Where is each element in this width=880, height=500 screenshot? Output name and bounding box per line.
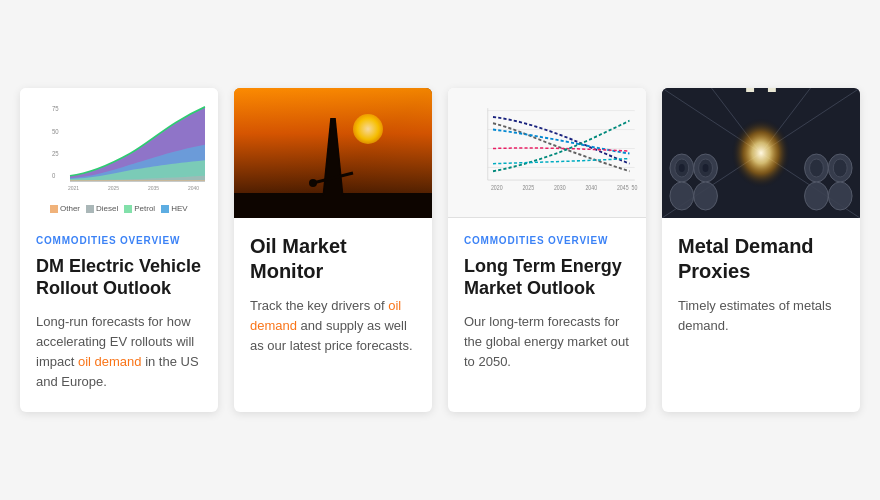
svg-rect-18 [315,196,351,202]
card-energy-chart: 2020 2025 2030 2040 2045 50 [448,88,646,218]
card-metal-image [662,88,860,218]
card-metal-demand[interactable]: Metal Demand Proxies Timely estimates of… [662,88,860,413]
card-oil-image [234,88,432,218]
card-energy-category: COMMODITIES OVERVIEW [464,234,630,247]
svg-point-40 [679,164,685,172]
card-ev-rollout[interactable]: 75 50 25 0 [20,88,218,413]
svg-text:2040: 2040 [188,185,199,191]
card-ev-category: COMMODITIES OVERVIEW [36,234,202,247]
svg-point-49 [833,159,847,177]
svg-marker-9 [323,118,343,198]
svg-point-43 [703,164,709,172]
card-oil-desc: Track the key drivers of oil demand and … [250,296,416,356]
card-energy-title: Long Term Energy Market Outlook [464,255,630,300]
svg-text:2025: 2025 [522,184,534,191]
card-ev-body: COMMODITIES OVERVIEW DM Electric Vehicle… [20,218,218,413]
card-metal-body: Metal Demand Proxies Timely estimates of… [662,218,860,413]
svg-text:2020: 2020 [491,184,503,191]
svg-rect-53 [746,88,754,92]
card-oil-market[interactable]: Oil Market Monitor Track the key drivers… [234,88,432,413]
svg-text:2030: 2030 [554,184,566,191]
card-metal-title: Metal Demand Proxies [678,234,844,284]
card-energy-market[interactable]: 2020 2025 2030 2040 2045 50 COMMODITIES … [448,88,646,413]
svg-point-50 [805,182,829,210]
card-ev-desc: Long-run forecasts for how accelerating … [36,312,202,393]
svg-text:75: 75 [52,105,59,112]
svg-point-47 [810,159,824,177]
svg-point-45 [694,182,718,210]
svg-text:2040: 2040 [585,184,597,191]
card-oil-body: Oil Market Monitor Track the key drivers… [234,218,432,413]
svg-text:0: 0 [52,171,56,178]
svg-rect-54 [768,88,776,92]
svg-text:50: 50 [52,127,59,134]
card-ev-chart: 75 50 25 0 [20,88,218,218]
card-ev-title: DM Electric Vehicle Rollout Outlook [36,255,202,300]
svg-point-44 [670,182,694,210]
card-metal-desc: Timely estimates of metals demand. [678,296,844,336]
svg-text:25: 25 [52,149,59,156]
svg-text:2045: 2045 [617,184,629,191]
svg-point-51 [828,182,852,210]
svg-text:2035: 2035 [148,185,159,191]
card-energy-desc: Our long-term forecasts for the global e… [464,312,630,372]
svg-text:2021: 2021 [68,185,79,191]
card-energy-body: COMMODITIES OVERVIEW Long Term Energy Ma… [448,218,646,413]
card-oil-title: Oil Market Monitor [250,234,416,284]
svg-text:50: 50 [632,184,638,191]
svg-point-17 [309,179,317,187]
cards-container: 75 50 25 0 [20,88,860,413]
svg-text:2025: 2025 [108,185,119,191]
svg-point-52 [731,118,790,188]
